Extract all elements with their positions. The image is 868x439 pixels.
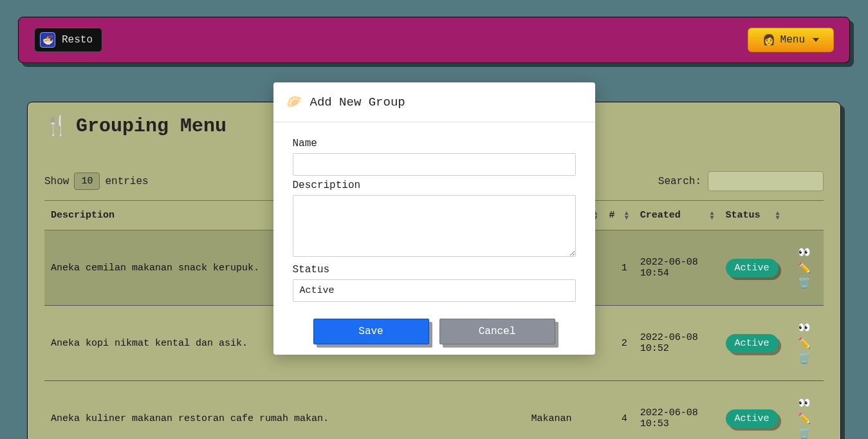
add-group-modal: 🥟 Add New Group Name Description Status … (273, 82, 595, 355)
description-label: Description (293, 180, 576, 191)
modal-footer: Save Cancel (273, 316, 595, 355)
save-button[interactable]: Save (313, 319, 429, 344)
modal-body: Name Description Status Active (273, 122, 595, 316)
cancel-button[interactable]: Cancel (439, 319, 555, 344)
status-label: Status (293, 264, 576, 276)
dumpling-icon: 🥟 (286, 94, 302, 110)
description-textarea[interactable] (293, 195, 576, 257)
name-input[interactable] (293, 153, 576, 176)
name-label: Name (293, 138, 576, 149)
status-select[interactable]: Active (293, 279, 576, 302)
modal-header: 🥟 Add New Group (273, 82, 595, 122)
modal-title: Add New Group (310, 95, 405, 109)
